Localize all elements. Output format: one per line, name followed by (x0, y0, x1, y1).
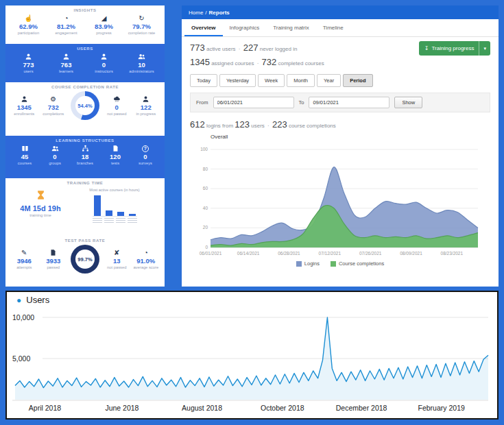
legend-completions-swatch (331, 261, 336, 267)
svg-text:08/09/2021: 08/09/2021 (400, 251, 422, 256)
enrollments-count: 1345 (17, 104, 32, 112)
logins-users-text: users (251, 123, 265, 129)
courses-label: courses (18, 161, 32, 166)
course-completions-text: course completions (289, 123, 336, 129)
separator-dot: · (237, 46, 242, 52)
svg-text:06/14/2021: 06/14/2021 (237, 251, 260, 256)
participation-value: 62.9% (19, 23, 38, 31)
stat-enrollments: 1345 enrollments (10, 95, 39, 117)
period-filter-row: Today Yesterday Week Month Year Period (190, 74, 490, 87)
stat-completion-rate: ↻ 79.7% completion rate (123, 14, 160, 36)
legend-logins-swatch (296, 261, 302, 267)
stat-administrators: 10 administrators (123, 52, 160, 74)
administrators-label: administrators (129, 69, 154, 74)
stat-average-score: ◔ 91.0% average score (132, 248, 161, 270)
filter-month[interactable]: Month (287, 74, 315, 87)
legend-logins-label: Logins (304, 260, 320, 267)
users-chart-legend: ● Users (16, 295, 49, 305)
doc-icon (112, 144, 119, 153)
from-label: From (196, 99, 208, 106)
active-users-count: 773 (190, 42, 205, 53)
training-time-title: TRAINING TIME (5, 178, 165, 186)
training-time-section: TRAINING TIME 4M 15d 19h training time M… (5, 178, 165, 236)
administrators-count: 10 (138, 61, 145, 69)
logins-summary-line: 612 logins from 123 users · 223 course c… (190, 119, 490, 130)
training-progress-label: Training progress (432, 45, 475, 51)
users-legend-dot: ● (16, 296, 21, 304)
filter-period[interactable]: Period (343, 74, 372, 87)
legend-completions-label: Course completions (339, 260, 384, 267)
surveys-label: surveys (139, 161, 152, 166)
filter-yesterday[interactable]: Yesterday (219, 74, 256, 87)
insights-section: INSIGHTS ☝ 62.9% participation ◔ 81.2% e… (5, 5, 165, 44)
learners-label: learners (59, 69, 73, 74)
assigned-courses-line: 1345 assigned courses · 732 completed co… (190, 57, 490, 67)
legend-logins: Logins (296, 260, 320, 267)
svg-text:August 2018: August 2018 (182, 404, 222, 412)
user-icon (25, 52, 32, 61)
from-date-input[interactable] (213, 97, 294, 108)
passrate-donut-ring: 99.7% (71, 245, 99, 274)
course-completion-section: COURSE COMPLETION RATE 1345 enrollments … (5, 82, 165, 136)
caret-down-icon[interactable]: ▾ (479, 41, 490, 56)
svg-text:06/01/2021: 06/01/2021 (200, 251, 222, 256)
training-progress-button[interactable]: ↧ Training progress ▾ (419, 41, 490, 56)
stat-tests: 120 tests (100, 144, 130, 166)
tests-label: tests (111, 161, 119, 166)
breadcrumb-home[interactable]: Home (189, 10, 203, 16)
assigned-courses-count: 1345 (190, 57, 210, 67)
stat-engagement: ◔ 81.2% engagement (47, 14, 85, 36)
filter-year[interactable]: Year (317, 74, 341, 87)
stat-passed: 3933 passed (39, 248, 69, 270)
tab-training-matrix[interactable]: Training matrix (266, 19, 316, 36)
learning-structures-section: LEARNING STRUCTURES 45 courses 0 groups … (5, 136, 165, 178)
passed-label: passed (47, 265, 60, 270)
users-label: users (23, 69, 33, 74)
dashboard-panel: INSIGHTS ☝ 62.9% participation ◔ 81.2% e… (5, 5, 165, 287)
book-icon (21, 144, 29, 153)
separator-dot: · (266, 123, 271, 129)
learning-structures-title: LEARNING STRUCTURES (5, 136, 165, 143)
svg-text:20: 20 (203, 225, 208, 230)
surveys-count: 0 (143, 153, 147, 161)
stat-learners: 763 learners (47, 52, 85, 74)
svg-text:08/23/2021: 08/23/2021 (441, 251, 464, 256)
stat-participation: ☝ 62.9% participation (10, 14, 47, 36)
passed-count: 3933 (46, 257, 60, 265)
tab-overview[interactable]: Overview (184, 19, 223, 36)
filter-week[interactable]: Week (258, 74, 285, 87)
svg-text:60: 60 (203, 186, 208, 191)
cloud-icon (113, 95, 121, 104)
stat-progress: ◢ 83.9% progress (85, 14, 123, 36)
engagement-value: 81.2% (57, 23, 75, 31)
reports-panel: Home / Reports Overview Infographics Tra… (182, 5, 499, 287)
question-icon: ? (142, 144, 149, 153)
completions-label: completions (43, 112, 64, 117)
overall-chart-plot: 02040608010006/01/202106/14/202106/28/20… (190, 141, 490, 259)
completions-count: 732 (48, 104, 59, 112)
tab-infographics[interactable]: Infographics (223, 19, 267, 36)
learner-icon (62, 52, 70, 61)
stat-in-progress: 122 in progress (132, 95, 161, 117)
show-button[interactable]: Show (394, 97, 422, 108)
instructors-label: instructors (95, 69, 113, 74)
average-score-value: 91.0% (136, 257, 155, 265)
users-chart-plot: 5,00010,000April 2018June 2018August 201… (7, 292, 497, 418)
to-date-input[interactable] (309, 97, 389, 108)
filter-today[interactable]: Today (190, 74, 217, 87)
active-users-text: active users (206, 46, 236, 52)
svg-text:5,000: 5,000 (12, 354, 30, 363)
tests-not-passed-count: 13 (113, 257, 121, 265)
branches-label: branches (77, 161, 93, 166)
learners-count: 763 (61, 61, 72, 69)
separator-dot: · (256, 60, 261, 66)
most-active-courses-chart: Most active courses (in hours) (70, 188, 159, 223)
stat-instructors: 0 instructors (85, 52, 123, 74)
tab-timeline[interactable]: Timeline (316, 19, 350, 36)
breadcrumb-current: Reports (209, 10, 230, 16)
completion-rate-value: 79.7% (132, 23, 151, 31)
courses-count: 45 (21, 153, 29, 161)
most-active-courses-title: Most active courses (in hours) (89, 188, 139, 193)
users-chart-panel: ● Users 5,00010,000April 2018June 2018Au… (5, 291, 499, 420)
course-completions-count: 223 (272, 119, 287, 130)
